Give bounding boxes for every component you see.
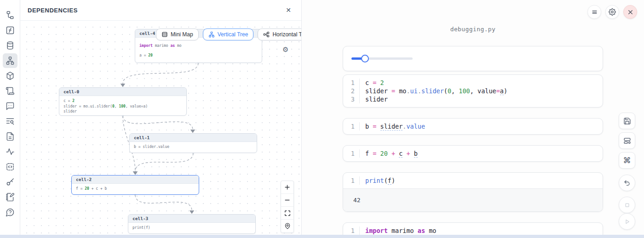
sidebar-item-snippets[interactable]: [3, 159, 17, 174]
sidebar-rail: [0, 0, 20, 238]
dependencies-panel: DEPENDENCIES ✕ Mini MapVertical TreeHori…: [20, 0, 302, 235]
activity-icon: [6, 147, 15, 156]
code-cell-card: 1b = slider.value: [343, 118, 603, 135]
gear-icon: [609, 8, 616, 16]
layout-icon: [623, 137, 631, 145]
node-title: cell-0: [59, 88, 186, 96]
code-editor[interactable]: 1f = 20 + c + b: [343, 146, 603, 161]
file-tree-icon: [6, 11, 15, 20]
dependency-graph-canvas[interactable]: Mini MapVertical TreeHorizontal Tree ⚙ c…: [20, 21, 301, 235]
sidebar-item-datasources[interactable]: [3, 38, 17, 53]
plus-icon: [284, 184, 291, 191]
notebook-menu-button[interactable]: [587, 5, 601, 19]
help-bubble-icon: [6, 208, 15, 217]
sidebar-item-tracing[interactable]: [3, 144, 17, 159]
line-number: 2: [343, 87, 360, 95]
vertical-tree-icon: [208, 31, 215, 38]
sidebar-item-file-explorer[interactable]: [3, 8, 17, 23]
notebook-filename: debugging.py: [302, 26, 644, 33]
close-icon: [627, 9, 633, 15]
panel-title: DEPENDENCIES: [28, 7, 78, 14]
node-code: b = slider.value: [130, 142, 257, 152]
code-editor[interactable]: 1b = slider.value: [343, 119, 603, 134]
function-square-icon: [6, 26, 15, 35]
zoom-in-button[interactable]: [281, 181, 293, 194]
lock-position-button[interactable]: [281, 220, 293, 232]
node-title: cell-2: [72, 176, 199, 184]
sidebar-item-find[interactable]: [3, 114, 17, 129]
stop-icon: [624, 202, 631, 209]
package-icon: [6, 71, 15, 80]
graph-zoom-controls: [281, 181, 294, 233]
node-code: f = 20 + c + b: [72, 184, 199, 194]
node-title: cell-1: [130, 134, 257, 142]
run-button[interactable]: [619, 213, 635, 230]
output-card-slider: [343, 46, 603, 71]
command-icon: ⌘: [623, 156, 631, 165]
code-cell-card: 1f = 20 + c + b: [343, 145, 603, 162]
dependencies-header: DEPENDENCIES ✕: [20, 0, 301, 21]
line-number: 3: [343, 95, 360, 103]
line-number: 1: [343, 79, 360, 87]
notebook-area: debugging.py 1c = 22slider = mo.ui.slide…: [302, 0, 644, 238]
node-code: import marimo as moa = 20: [135, 38, 262, 62]
settings-button[interactable]: [605, 5, 619, 19]
line-number: 1: [343, 227, 360, 235]
shutdown-button[interactable]: [623, 5, 637, 19]
minimap-icon: [161, 31, 168, 38]
graph-node-cell-0[interactable]: cell-0c = 2slider = mo.ui.slider(0, 100,…: [59, 87, 187, 116]
sidebar-item-packages[interactable]: [3, 68, 17, 83]
undo-icon: [623, 179, 631, 187]
sidebar-item-logs[interactable]: [3, 84, 17, 98]
sidebar-item-scratchpad[interactable]: [3, 190, 17, 204]
keyboard-shortcuts-button[interactable]: ⌘: [619, 152, 635, 169]
graph-node-cell-2[interactable]: cell-2f = 20 + c + b: [71, 175, 199, 195]
sidebar-item-variables[interactable]: [3, 23, 17, 38]
cell-output: 42: [343, 188, 603, 211]
horizontal-tree-icon: [263, 31, 270, 38]
fit-view-button[interactable]: [281, 207, 293, 220]
stop-button[interactable]: [619, 197, 635, 213]
menu-icon: [591, 9, 598, 16]
graph-node-cell-3[interactable]: cell-3print(f): [128, 214, 256, 234]
sidebar-item-chat[interactable]: [3, 99, 17, 113]
node-code: c = 2slider = mo.ui.slider(0, 100, value…: [59, 96, 186, 116]
sidebar-item-secrets[interactable]: [3, 175, 17, 189]
file-text-icon: [6, 132, 15, 141]
code-editor[interactable]: 1c = 22slider = mo.ui.slider(0, 100, val…: [343, 75, 603, 107]
notebook-cells: 1c = 22slider = mo.ui.slider(0, 100, val…: [343, 46, 603, 238]
undo-button[interactable]: [619, 175, 635, 191]
text-search-icon: [6, 117, 15, 126]
code-cell-card: 1c = 22slider = mo.ui.slider(0, 100, val…: [343, 74, 603, 108]
graph-settings-gear-icon[interactable]: ⚙: [282, 45, 288, 54]
code-cell-card: 1print(f)42: [343, 172, 603, 212]
node-title: cell-3: [128, 215, 255, 223]
save-button[interactable]: [619, 113, 635, 129]
minus-icon: [284, 197, 291, 204]
code-square-icon: [6, 162, 15, 171]
view-button-horizontal-tree[interactable]: Horizontal Tree: [258, 28, 301, 40]
graph-node-cell-1[interactable]: cell-1b = slider.value: [129, 133, 257, 153]
node-code: print(f): [128, 223, 255, 233]
line-number: 1: [343, 176, 360, 185]
sidebar-item-help[interactable]: [3, 205, 17, 220]
bottom-bar: [0, 235, 644, 238]
dependency-graph-icon: [6, 56, 15, 65]
notebook-pen-icon: [6, 193, 15, 202]
maximize-icon: [284, 210, 291, 216]
zoom-out-button[interactable]: [281, 194, 293, 207]
scroll-icon: [6, 86, 15, 96]
slider-thumb[interactable]: [361, 55, 369, 62]
code-editor[interactable]: 1print(f): [343, 173, 603, 188]
map-pin-icon: [284, 223, 291, 229]
sidebar-item-dependencies[interactable]: [3, 53, 17, 68]
view-button-mini-map[interactable]: Mini Map: [156, 28, 199, 40]
slider-widget[interactable]: [351, 57, 413, 60]
play-icon: [624, 218, 631, 225]
layout-config-button[interactable]: [619, 132, 635, 149]
sidebar-item-documentation[interactable]: [3, 129, 17, 144]
line-number: 1: [343, 122, 360, 130]
view-button-vertical-tree[interactable]: Vertical Tree: [203, 28, 254, 40]
key-icon: [6, 177, 15, 187]
close-panel-icon[interactable]: ✕: [283, 6, 294, 15]
